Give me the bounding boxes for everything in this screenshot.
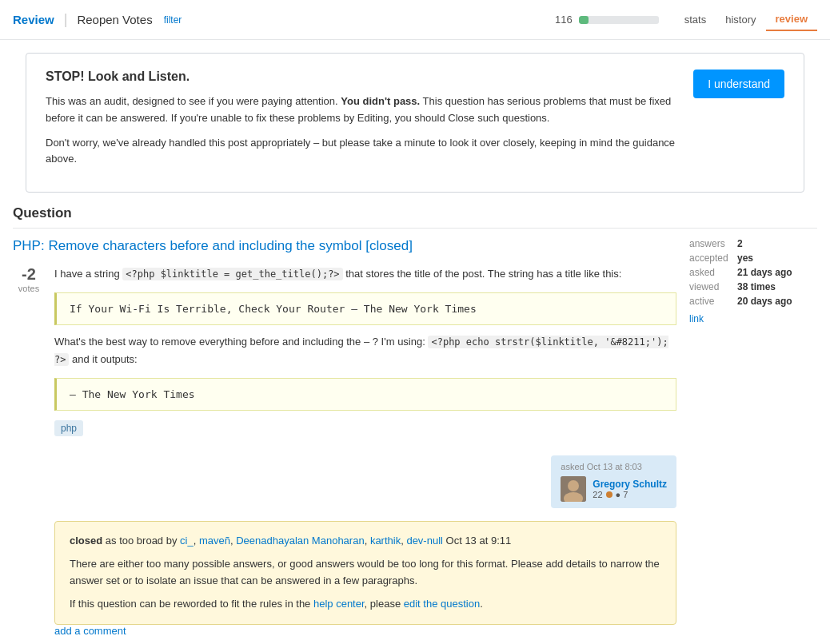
question-body: I have a string <?php $linktitle = get_t… [54, 265, 676, 636]
avatar [561, 476, 586, 502]
meta-active: active 20 days ago [689, 296, 817, 307]
closer-devnull[interactable]: dev-null [406, 535, 443, 547]
meta-viewed: viewed 38 times [689, 281, 817, 292]
tab-stats[interactable]: stats [675, 9, 716, 30]
alert-paragraph1: This was an audit, designed to see if yo… [46, 93, 677, 127]
alert-paragraph2: Don't worry, we've already handled this … [46, 135, 677, 169]
alert-text-prefix: This was an audit, designed to see if yo… [46, 95, 341, 107]
edit-question-link[interactable]: edit the question [404, 598, 480, 610]
active-label: active [689, 296, 737, 307]
closed-bold: closed [70, 535, 102, 547]
viewed-value: 38 times [737, 281, 776, 292]
blockquote-2: – The New York Times [54, 378, 676, 411]
user-name[interactable]: Gregory Schultz [593, 479, 667, 490]
sidebar-link[interactable]: link [689, 313, 704, 324]
closed-body: There are either too many possible answe… [70, 556, 661, 590]
user-card-asked: asked Oct 13 at 8:03 [561, 462, 667, 471]
tab-history[interactable]: history [716, 9, 765, 30]
closer-maven[interactable]: maveñ [199, 535, 230, 547]
text-middle1: What's the best way to remove everything… [54, 336, 364, 348]
viewed-label: viewed [689, 281, 737, 292]
closer-karthik[interactable]: karthik [370, 535, 401, 547]
header-left: Review | Reopen Votes filter [13, 11, 182, 28]
alert-text-bold: You didn't pass. [341, 95, 420, 107]
main-content: STOP! Look and Listen. This was an audit… [0, 53, 830, 644]
asked-label: asked [689, 267, 737, 278]
answers-value: 2 [737, 238, 743, 249]
text-middle2: – ? I'm using: [364, 336, 429, 348]
closed-header-text: as too broad by ci_, maveñ, Deenadhayala… [106, 535, 511, 547]
question-text-2: What's the best way to remove everything… [54, 333, 676, 368]
rep-number: 22 [593, 490, 602, 499]
add-comment-link[interactable]: add a comment [54, 625, 126, 637]
footer-middle: , please [365, 598, 404, 610]
text-middle3: and it outputs: [69, 353, 137, 365]
page-header: Review | Reopen Votes filter 116 stats h… [0, 0, 830, 40]
user-rep: 22 ● 7 [593, 490, 667, 499]
meta-asked: asked 21 days ago [689, 267, 817, 278]
footer-prefix: If this question can be reworded to fit … [70, 598, 313, 610]
meta-accepted: accepted yes [689, 252, 817, 264]
user-info: Gregory Schultz 22 ● 7 [593, 479, 667, 499]
closed-notice: closed as too broad by ci_, maveñ, Deena… [54, 521, 676, 624]
meta-answers: answers 2 [689, 238, 817, 249]
accepted-label: accepted [689, 252, 737, 264]
badge-count: ● 7 [616, 490, 628, 499]
asked-value: 21 days ago [737, 267, 792, 278]
question-title[interactable]: PHP: Remove characters before and includ… [13, 238, 676, 254]
question-text-1: I have a string <?php $linktitle = get_t… [54, 265, 676, 283]
question-sidebar: answers 2 accepted yes asked 21 days ago… [689, 238, 817, 636]
header-title: Reopen Votes [77, 13, 152, 26]
question-container: PHP: Remove characters before and includ… [13, 238, 817, 636]
question-main: -2 votes I have a string <?php $linktitl… [13, 265, 676, 636]
answers-label: answers [689, 238, 737, 249]
progress-number: 116 [555, 14, 573, 26]
progress-bar-container [579, 16, 659, 24]
nav-tabs: stats history review [675, 8, 817, 31]
vote-label: votes [13, 284, 45, 293]
understand-button[interactable]: I understand [693, 70, 784, 98]
review-link[interactable]: Review [13, 13, 54, 26]
alert-box: STOP! Look and Listen. This was an audit… [26, 53, 804, 193]
help-center-link[interactable]: help center [313, 598, 365, 610]
blockquote-1: If Your Wi-Fi Is Terrible, Check Your Ro… [54, 292, 676, 325]
bronze-badge-dot [606, 491, 613, 498]
alert-title: STOP! Look and Listen. [46, 70, 677, 84]
text-before-code: I have a string [54, 268, 122, 280]
closed-footer: If this question can be reworded to fit … [70, 596, 661, 613]
progress-area: 116 [555, 14, 659, 26]
alert-content: STOP! Look and Listen. This was an audit… [46, 70, 677, 176]
closer-deena[interactable]: Deenadhayalan Manoharan [236, 535, 364, 547]
tab-review[interactable]: review [766, 8, 817, 31]
user-card-info: Gregory Schultz 22 ● 7 [561, 476, 667, 502]
header-right: 116 stats history review [555, 8, 817, 31]
closed-header: closed as too broad by ci_, maveñ, Deena… [70, 533, 661, 550]
user-card: asked Oct 13 at 8:03 [551, 455, 676, 508]
text-after-code1: that stores the title of the post. The s… [343, 268, 622, 280]
active-value: 20 days ago [737, 296, 792, 307]
tag-php[interactable]: php [54, 420, 83, 436]
inline-code-1: <?php $linktitle = get_the_title();?> [122, 268, 342, 280]
vote-count: -2 [13, 265, 45, 284]
header-divider: | [64, 11, 68, 28]
accepted-value: yes [737, 252, 753, 264]
filter-link[interactable]: filter [164, 14, 182, 26]
question-left: PHP: Remove characters before and includ… [13, 238, 676, 636]
tag-list: php [54, 420, 676, 436]
progress-bar-fill [579, 16, 589, 24]
section-title: Question [13, 205, 817, 229]
closer-ci[interactable]: ci_ [180, 535, 194, 547]
svg-point-1 [568, 480, 579, 491]
footer-suffix: . [480, 598, 483, 610]
vote-area: -2 votes [13, 265, 45, 636]
